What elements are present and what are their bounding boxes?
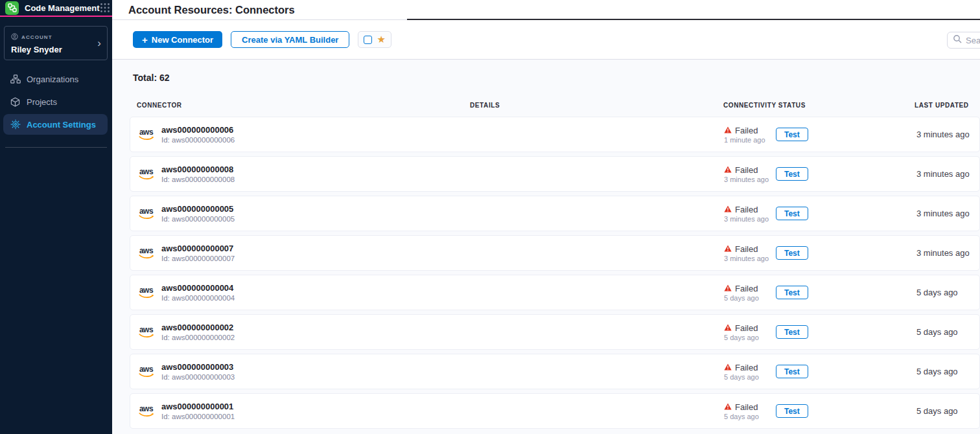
connector-cell: aws aws000000000008 Id: aws000000000008	[137, 165, 471, 184]
connector-id: Id: aws000000000007	[161, 254, 235, 263]
connector-id: Id: aws000000000008	[161, 175, 235, 184]
status-block: Failed 3 minutes ago	[724, 165, 776, 183]
table-row[interactable]: aws aws000000000008 Id: aws000000000008	[130, 156, 980, 192]
table-row[interactable]: aws aws000000000003 Id: aws000000000003	[130, 354, 980, 389]
test-button[interactable]: Test	[776, 286, 808, 299]
status-time: 5 days ago	[724, 413, 776, 420]
aws-logo-icon: aws	[137, 326, 155, 338]
new-connector-button[interactable]: + New Connector	[133, 31, 222, 48]
sidebar-item-label: Projects	[27, 97, 57, 107]
aws-logo-icon: aws	[137, 366, 155, 378]
connector-id: Id: aws000000000003	[161, 372, 235, 382]
status-block: Failed 3 minutes ago	[724, 244, 776, 262]
connectivity-status-cell: Failed 3 minutes ago Test	[724, 205, 915, 223]
connector-cell: aws aws000000000006 Id: aws000000000006	[137, 125, 471, 144]
connector-id: Id: aws000000000002	[161, 333, 235, 342]
aws-logo-icon: aws	[137, 208, 155, 220]
connector-id: Id: aws000000000005	[161, 214, 235, 223]
sidebar: Code Management ACCOUNT Riley Snyder	[0, 0, 112, 434]
module-header: Code Management	[0, 0, 112, 16]
connector-name-block: aws000000000003 Id: aws000000000003	[161, 362, 235, 382]
status-text: Failed	[735, 284, 758, 293]
account-icon	[11, 31, 18, 43]
connector-name: aws000000000001	[161, 402, 235, 412]
chevron-right-icon: ›	[97, 37, 101, 48]
last-updated-cell: 3 minutes ago	[915, 248, 979, 258]
test-button[interactable]: Test	[776, 246, 808, 260]
connectivity-status-cell: Failed 5 days ago Test	[724, 363, 915, 381]
new-connector-label: New Connector	[152, 35, 213, 45]
connector-cell: aws aws000000000002 Id: aws000000000002	[137, 323, 471, 342]
status-text: Failed	[735, 205, 758, 214]
connector-name: aws000000000007	[161, 244, 235, 254]
favorites-checkbox[interactable]	[364, 36, 372, 44]
page-title: Account Resources: Connectors	[128, 4, 295, 16]
apps-grid-icon[interactable]	[100, 3, 110, 13]
total-count: Total: 62	[133, 73, 980, 83]
account-selector[interactable]: ACCOUNT Riley Snyder ›	[4, 26, 108, 60]
table-row[interactable]: aws aws000000000004 Id: aws000000000004	[130, 275, 980, 310]
column-header-connectivity-status: CONNECTIVITY STATUS	[723, 102, 915, 109]
last-updated-cell: 5 days ago	[915, 367, 979, 376]
table-body: aws aws000000000006 Id: aws000000000006	[130, 117, 980, 429]
page-header: Account Resources: Connectors	[112, 0, 980, 20]
connectivity-status-cell: Failed 5 days ago Test	[724, 402, 915, 420]
search-input[interactable]	[966, 36, 980, 45]
connector-name: aws000000000002	[161, 323, 235, 333]
last-updated-cell: 3 minutes ago	[915, 130, 979, 139]
search-icon	[953, 34, 962, 46]
connector-cell: aws aws000000000004 Id: aws000000000004	[137, 283, 471, 303]
star-icon: ★	[377, 34, 385, 44]
table-row[interactable]: aws aws000000000006 Id: aws000000000006	[130, 117, 980, 152]
test-button[interactable]: Test	[776, 207, 808, 220]
aws-logo-icon: aws	[137, 168, 155, 180]
connectivity-status-cell: Failed 5 days ago Test	[724, 323, 915, 341]
connector-name-block: aws000000000005 Id: aws000000000005	[161, 204, 235, 223]
connector-name-block: aws000000000008 Id: aws000000000008	[161, 165, 235, 184]
cube-icon	[10, 97, 21, 107]
gear-icon	[10, 119, 21, 130]
connector-name-block: aws000000000001 Id: aws000000000001	[161, 402, 235, 421]
connector-id: Id: aws000000000004	[161, 293, 235, 303]
status-block: Failed 5 days ago	[724, 363, 776, 381]
warning-triangle-icon	[724, 205, 732, 214]
test-button[interactable]: Test	[776, 365, 808, 378]
sidebar-item-account-settings[interactable]: Account Settings	[3, 114, 108, 135]
test-button[interactable]: Test	[776, 167, 808, 181]
table-row[interactable]: aws aws000000000002 Id: aws000000000002	[130, 314, 980, 350]
test-button[interactable]: Test	[776, 404, 808, 418]
last-updated-cell: 5 days ago	[915, 327, 979, 337]
status-time: 5 days ago	[724, 373, 776, 381]
warning-triangle-icon	[724, 165, 732, 175]
connectivity-status-cell: Failed 5 days ago Test	[724, 284, 915, 302]
status-block: Failed 5 days ago	[724, 402, 776, 420]
sidebar-item-organizations[interactable]: Organizations	[3, 69, 108, 89]
favorites-filter[interactable]: ★	[358, 31, 391, 48]
test-button[interactable]: Test	[776, 325, 808, 339]
create-yaml-builder-button[interactable]: Create via YAML Builder	[231, 31, 349, 48]
connector-cell: aws aws000000000005 Id: aws000000000005	[137, 204, 471, 223]
status-text: Failed	[735, 126, 758, 135]
search-box[interactable]	[947, 32, 980, 49]
total-label: Total:	[133, 73, 157, 83]
connector-id: Id: aws000000000001	[161, 412, 235, 421]
last-updated-cell: 5 days ago	[915, 406, 979, 416]
total-value: 62	[159, 73, 170, 83]
column-header-connector: CONNECTOR	[137, 102, 470, 109]
test-button[interactable]: Test	[776, 128, 808, 141]
aws-logo-icon: aws	[137, 287, 155, 299]
yaml-builder-label: Create via YAML Builder	[242, 35, 338, 45]
aws-logo-icon: aws	[137, 247, 155, 259]
table-row[interactable]: aws aws000000000005 Id: aws000000000005	[130, 196, 980, 231]
last-updated-cell: 3 minutes ago	[915, 209, 979, 218]
status-time: 5 days ago	[724, 334, 776, 341]
connector-name: aws000000000005	[161, 204, 235, 214]
table-row[interactable]: aws aws000000000001 Id: aws000000000001	[130, 393, 980, 429]
org-chart-icon	[10, 74, 21, 84]
sidebar-item-projects[interactable]: Projects	[3, 91, 108, 112]
table-row[interactable]: aws aws000000000007 Id: aws000000000007	[130, 235, 980, 271]
status-time: 3 minutes ago	[724, 176, 776, 183]
sidebar-item-label: Account Settings	[27, 120, 96, 130]
account-label: ACCOUNT	[21, 34, 52, 40]
last-updated-cell: 5 days ago	[915, 288, 979, 297]
